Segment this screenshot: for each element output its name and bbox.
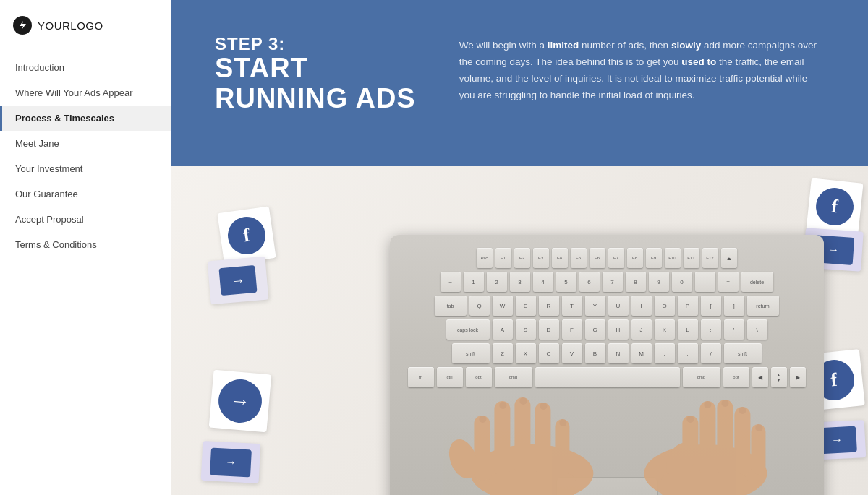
sidebar-item-terms-conditions[interactable]: Terms & Conditions [0,232,171,257]
key: 0 [672,272,692,292]
svg-rect-13 [751,424,765,475]
svg-point-21 [686,416,694,423]
fb-cube-left-top: f [217,206,276,264]
svg-point-23 [721,400,728,407]
svg-rect-1 [474,416,490,481]
sidebar-nav: Introduction Where Will Your Ads Appear … [0,55,171,257]
svg-rect-2 [494,401,510,477]
key: ~ [441,272,461,292]
svg-point-20 [559,419,566,426]
sidebar: YOURLOGO Introduction Where Will Your Ad… [0,0,171,495]
svg-rect-7 [488,473,575,495]
svg-rect-10 [699,401,715,477]
sidebar-item-process-timescales[interactable]: Process & Timescales [0,106,171,131]
svg-point-25 [755,424,762,431]
key: F7 [608,248,624,268]
key: 7 [603,272,623,292]
fb-cube-bottom-left: → [209,370,272,433]
sidebar-item-where-will-ads-appear[interactable]: Where Will Your Ads Appear [0,80,171,106]
sidebar-item-our-guarantee[interactable]: Our Guarantee [0,181,171,207]
sidebar-item-accept-proposal[interactable]: Accept Proposal [0,207,171,232]
logo-icon [13,16,32,35]
svg-rect-5 [555,419,569,475]
sidebar-item-meet-jane[interactable]: Meet Jane [0,131,171,156]
logo-bold: YOUR [38,20,70,32]
key-row-1: esc F1 F2 F3 F4 F5 F6 F7 F8 F9 F10 F11 [404,248,809,268]
key: 9 [649,272,669,292]
svg-point-18 [519,397,527,405]
key: F1 [495,248,511,268]
key: F3 [533,248,549,268]
svg-point-16 [479,416,486,423]
step-title: STEP 3: STARTRUNNING ADS [215,35,416,114]
key: F5 [571,248,587,268]
svg-point-24 [739,407,746,414]
svg-point-17 [499,402,506,409]
key: 6 [579,272,600,292]
key: 2 [487,272,507,292]
svg-rect-15 [660,473,747,495]
key: 4 [533,272,553,292]
key: F12 [702,248,718,268]
logo-area: YOURLOGO [0,0,171,55]
key: delete [741,272,773,292]
image-section: f → → → [171,166,868,495]
key: F4 [552,248,568,268]
key: 8 [626,272,646,292]
main-content: STEP 3: STARTRUNNING ADS We will begin w… [171,0,868,495]
hands-illustration [394,307,843,495]
svg-rect-3 [514,397,530,475]
key: 5 [556,272,576,292]
top-section: STEP 3: STARTRUNNING ADS We will begin w… [171,0,868,166]
logo-text: YOURLOGO [38,20,103,32]
step-description: We will begin with a limited number of a… [459,35,825,104]
key: F8 [627,248,643,268]
sidebar-item-your-investment[interactable]: Your Investment [0,156,171,181]
key: F9 [646,248,662,268]
svg-point-19 [540,403,547,410]
lightning-bolt-icon [17,20,27,30]
key: F6 [590,248,605,268]
svg-rect-4 [535,403,550,475]
sidebar-item-introduction[interactable]: Introduction [0,55,171,80]
key: 1 [464,272,484,292]
key: esc [477,248,493,268]
key: - [695,272,715,292]
fb-cube-bottom-left-2: → [201,441,261,483]
svg-point-22 [704,401,711,408]
fb-cube-right-top: f [806,178,863,235]
svg-rect-12 [734,407,750,475]
key: F2 [514,248,530,268]
key: 3 [510,272,530,292]
step-heading: STEP 3: STARTRUNNING ADS [215,35,416,114]
laptop-scene: f → → → [171,166,868,495]
svg-rect-11 [717,400,733,475]
key: ⏏ [721,248,737,268]
key-row-2: ~ 1 2 3 4 5 6 7 8 9 0 - = [404,272,809,292]
key: = [718,272,739,292]
logo-light: LOGO [70,20,103,32]
fb-cube-left-bottom: → [208,257,269,305]
nav-list: Introduction Where Will Your Ads Appear … [0,55,171,257]
key: F10 [665,248,681,268]
step-prefix: STEP 3: [215,35,416,53]
key: F11 [684,248,699,268]
